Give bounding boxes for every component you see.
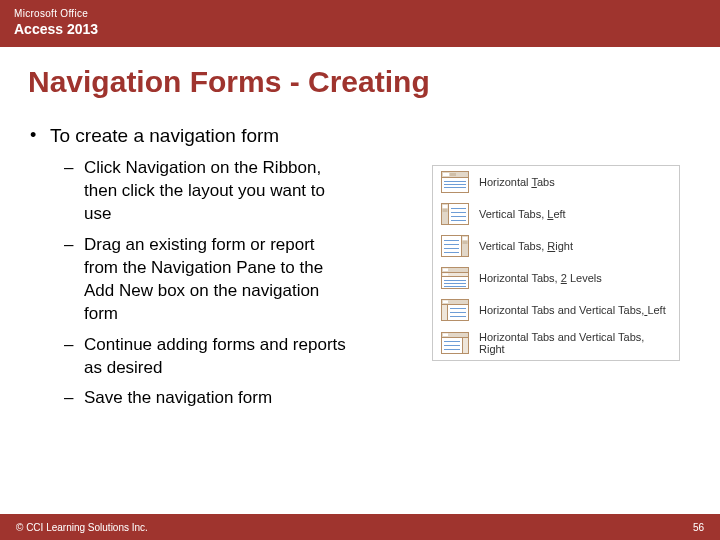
brand-small: Microsoft Office <box>14 8 706 19</box>
svg-rect-29 <box>444 283 466 284</box>
main-bullet-text: To create a navigation form <box>50 125 279 146</box>
navigation-layout-menu: Horizontal Tabs Vertical Tabs, Left Vert… <box>432 165 680 361</box>
content-area: To create a navigation form Click Naviga… <box>0 107 720 420</box>
svg-rect-42 <box>444 341 460 342</box>
copyright: © CCI Learning Solutions Inc. <box>16 522 148 533</box>
page-title: Navigation Forms - Creating <box>0 47 720 107</box>
nav-option-vtl[interactable]: Vertical Tabs, Left <box>433 198 679 230</box>
svg-rect-37 <box>450 316 466 317</box>
nav-option-h2[interactable]: Horizontal Tabs, 2 Levels <box>433 262 679 294</box>
svg-rect-18 <box>463 241 468 244</box>
nav-option-hvl[interactable]: Horizontal Tabs and Vertical Tabs, Left <box>433 294 679 326</box>
sub-bullet: Continue adding forms and reports as des… <box>50 334 350 380</box>
slide: Microsoft Office Access 2013 Navigation … <box>0 0 720 540</box>
sub-list: Click Navigation on the Ribbon, then cli… <box>50 157 408 410</box>
svg-rect-26 <box>443 269 448 272</box>
image-column: Horizontal Tabs Vertical Tabs, Left Vert… <box>432 125 692 420</box>
svg-rect-10 <box>443 209 448 212</box>
sub-bullet: Drag an existing form or report from the… <box>50 234 350 326</box>
svg-rect-11 <box>451 208 466 209</box>
nav-option-label: Horizontal Tabs and Vertical Tabs, Right <box>479 331 671 355</box>
svg-rect-6 <box>444 187 466 188</box>
htabs-icon <box>441 171 469 193</box>
svg-rect-28 <box>444 280 466 281</box>
page-number: 56 <box>693 522 704 533</box>
sub-bullet: Click Navigation on the Ribbon, then cli… <box>50 157 350 226</box>
nav-option-hvr[interactable]: Horizontal Tabs and Vertical Tabs, Right <box>433 326 679 360</box>
product-name: Access 2013 <box>14 21 706 37</box>
nav-option-label: Horizontal Tabs <box>479 176 555 188</box>
svg-rect-44 <box>444 349 460 350</box>
nav-option-label: Vertical Tabs, Right <box>479 240 573 252</box>
h2-icon <box>441 267 469 289</box>
svg-rect-3 <box>450 173 456 176</box>
nav-option-label: Vertical Tabs, Left <box>479 208 566 220</box>
svg-rect-4 <box>444 181 466 182</box>
svg-rect-5 <box>444 184 466 185</box>
svg-rect-13 <box>451 216 466 217</box>
svg-rect-22 <box>444 252 459 253</box>
svg-rect-36 <box>450 312 466 313</box>
nav-option-htabs[interactable]: Horizontal Tabs <box>433 166 679 198</box>
svg-rect-43 <box>444 345 460 346</box>
svg-rect-12 <box>451 212 466 213</box>
text-column: To create a navigation form Click Naviga… <box>28 125 408 420</box>
svg-rect-40 <box>463 338 469 354</box>
svg-rect-33 <box>442 305 448 321</box>
hvl-icon <box>441 299 469 321</box>
svg-rect-14 <box>451 220 466 221</box>
hvr-icon <box>441 332 469 354</box>
svg-rect-27 <box>443 274 448 276</box>
svg-rect-2 <box>443 173 449 176</box>
svg-rect-30 <box>444 286 466 287</box>
svg-rect-34 <box>443 301 448 304</box>
svg-rect-17 <box>463 237 468 240</box>
svg-rect-19 <box>444 240 459 241</box>
nav-option-label: Horizontal Tabs and Vertical Tabs, Left <box>479 304 666 316</box>
nav-option-vtr[interactable]: Vertical Tabs, Right <box>433 230 679 262</box>
svg-rect-9 <box>443 205 448 208</box>
main-bullet: To create a navigation form Click Naviga… <box>28 125 408 410</box>
footer-bar: © CCI Learning Solutions Inc. 56 <box>0 514 720 540</box>
vtr-icon <box>441 235 469 257</box>
svg-rect-21 <box>444 248 459 249</box>
svg-rect-20 <box>444 244 459 245</box>
svg-rect-41 <box>443 334 448 337</box>
sub-bullet: Save the navigation form <box>50 387 350 410</box>
svg-rect-35 <box>450 308 466 309</box>
main-list: To create a navigation form Click Naviga… <box>28 125 408 410</box>
vtl-icon <box>441 203 469 225</box>
header-bar: Microsoft Office Access 2013 <box>0 0 720 47</box>
nav-option-label: Horizontal Tabs, 2 Levels <box>479 272 602 284</box>
